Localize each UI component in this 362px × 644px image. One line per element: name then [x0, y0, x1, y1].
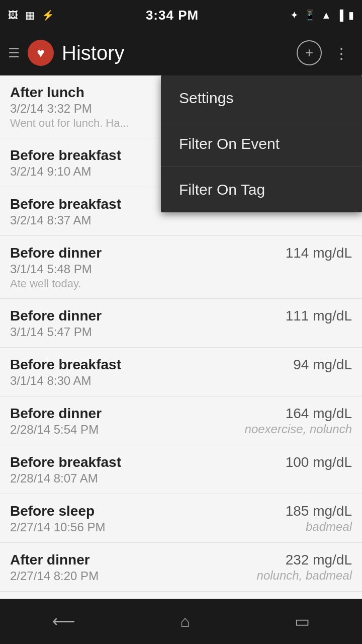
list-item[interactable]: After dinner 232 mg/dL 2/27/14 8:20 PM n…: [0, 543, 362, 592]
event-date: 3/1/14 8:30 AM: [10, 374, 352, 388]
hamburger-menu-icon[interactable]: ☰: [8, 45, 20, 61]
signal-icon: ▐: [336, 10, 343, 21]
dropdown-menu: Settings Filter On Event Filter On Tag: [161, 75, 362, 212]
barcode-icon: ▦: [25, 9, 35, 21]
reading-value: 100 mg/dL: [286, 454, 352, 470]
event-date: 3/1/14 5:47 PM: [10, 325, 352, 339]
list-item[interactable]: Before dinner 114 mg/dL 3/1/14 5:48 PM A…: [0, 236, 362, 299]
list-item[interactable]: Before dinner 111 mg/dL 3/1/14 5:47 PM: [0, 299, 362, 348]
back-nav-button[interactable]: [52, 612, 75, 631]
app-bar: ☰ ♥ History + ⋮: [0, 30, 362, 75]
add-button[interactable]: +: [297, 40, 322, 65]
event-tags: nolunch, badmeal: [257, 569, 352, 583]
battery-icon: ▮: [348, 9, 354, 21]
list-item-header: After dinner 232 mg/dL: [10, 552, 352, 568]
event-date: 2/27/14 10:56 PM: [10, 520, 105, 534]
event-name: After dinner: [10, 552, 90, 568]
event-date: 3/2/14 8:37 AM: [10, 213, 352, 227]
event-tags: badmeal: [306, 520, 352, 534]
wifi-icon: ▲: [321, 10, 331, 21]
bluetooth-icon: ✦: [290, 9, 299, 21]
dropdown-item-filter-tag[interactable]: Filter On Tag: [161, 167, 362, 212]
reading-value: 164 mg/dL: [286, 406, 352, 422]
event-note: Ate well today.: [10, 277, 352, 290]
event-name: Before dinner: [10, 245, 102, 261]
list-item-header: Before breakfast 94 mg/dL: [10, 357, 352, 373]
event-name: After lunch: [10, 85, 84, 101]
page-title: History: [62, 42, 289, 64]
content-area: After lunch 3/2/14 3:32 PM Went out for …: [0, 75, 362, 599]
event-name: Before sleep: [10, 503, 95, 519]
list-item-header: Before dinner 114 mg/dL: [10, 245, 352, 261]
event-name: Before breakfast: [10, 357, 121, 373]
more-options-button[interactable]: ⋮: [330, 44, 354, 62]
reading-value: 111 mg/dL: [286, 308, 352, 324]
dropdown-item-filter-event[interactable]: Filter On Event: [161, 121, 362, 167]
event-name: Before breakfast: [10, 196, 121, 212]
event-name: Before breakfast: [10, 147, 121, 164]
event-date: 3/1/14 5:48 PM: [10, 262, 352, 276]
status-time: 3:34 PM: [146, 8, 199, 23]
list-item[interactable]: Before sleep 185 mg/dL 2/27/14 10:56 PM …: [0, 494, 362, 543]
home-nav-button[interactable]: [180, 612, 190, 631]
event-date: 2/28/14 5:54 PM: [10, 423, 99, 437]
phone-icon: 📱: [304, 9, 316, 21]
event-name: Before dinner: [10, 308, 102, 324]
event-tags: noexercise, nolunch: [245, 422, 352, 436]
list-item[interactable]: Before breakfast 94 mg/dL 3/1/14 8:30 AM: [0, 348, 362, 396]
photo-icon: 🖼: [8, 10, 18, 21]
app-logo: ♥: [28, 40, 54, 66]
recent-apps-nav-button[interactable]: [295, 612, 310, 631]
list-item-header: Before breakfast 100 mg/dL: [10, 454, 352, 470]
event-name: Before breakfast: [10, 454, 121, 470]
event-name: Before dinner: [10, 406, 102, 422]
reading-value: 94 mg/dL: [293, 357, 352, 373]
list-item[interactable]: Before dinner 164 mg/dL 2/28/14 5:54 PM …: [0, 396, 362, 445]
status-bar-right: ✦ 📱 ▲ ▐ ▮: [290, 9, 354, 21]
status-bar: 🖼 ▦ ⚡ 3:34 PM ✦ 📱 ▲ ▐ ▮: [0, 0, 362, 30]
dropdown-item-settings[interactable]: Settings: [161, 75, 362, 121]
event-date: 2/28/14 8:07 AM: [10, 471, 352, 486]
list-item[interactable]: Before breakfast 100 mg/dL 2/28/14 8:07 …: [0, 445, 362, 494]
list-item-header: Before sleep 185 mg/dL: [10, 503, 352, 519]
reading-value: 185 mg/dL: [286, 503, 352, 519]
event-date: 2/27/14 8:20 PM: [10, 569, 99, 583]
reading-value: 232 mg/dL: [286, 552, 352, 568]
list-item-header: Before dinner 164 mg/dL: [10, 406, 352, 422]
nav-bar: [0, 599, 362, 644]
reading-value: 114 mg/dL: [286, 245, 352, 261]
flash-icon: ⚡: [42, 9, 54, 21]
list-item-header: Before dinner 111 mg/dL: [10, 308, 352, 324]
status-bar-left: 🖼 ▦ ⚡: [8, 9, 54, 21]
